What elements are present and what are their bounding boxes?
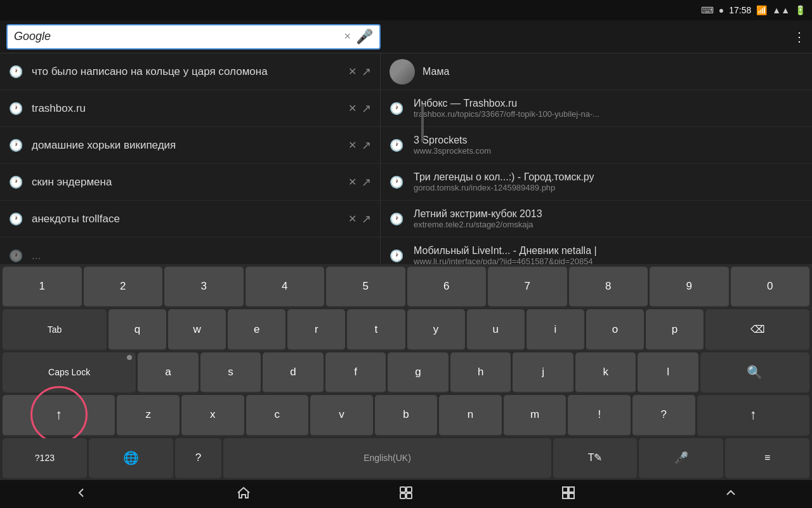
screenshot-button[interactable]: [542, 480, 595, 509]
status-bar: ⌨ ● 17:58 📶 ▲▲ 🔋: [0, 0, 812, 20]
clock-icon-1: 🕐: [9, 102, 27, 116]
voice-input-key[interactable]: 🎤: [639, 438, 723, 479]
clock-icon-0: 🕐: [9, 65, 27, 79]
key-s[interactable]: s: [200, 352, 261, 393]
key-h[interactable]: h: [450, 352, 511, 393]
caps-lock-key[interactable]: Caps Lock: [3, 352, 136, 393]
key-question[interactable]: ?: [632, 395, 695, 436]
back-button[interactable]: [55, 480, 108, 509]
shift-right-key[interactable]: ↑: [697, 395, 809, 436]
clock-icon-5: 🕐: [9, 249, 27, 263]
recent-title-1: Инбокс — Trashbox.ru: [414, 98, 803, 109]
arrow-icon-3[interactable]: ↗: [362, 175, 371, 189]
key-z[interactable]: z: [117, 395, 180, 436]
search-key[interactable]: 🔍: [700, 352, 809, 393]
key-period-alt[interactable]: ?: [175, 438, 222, 479]
clipboard-key[interactable]: ≡: [725, 438, 809, 479]
search-input-wrap[interactable]: Google × 🎤: [6, 24, 381, 50]
suggestion-item-4[interactable]: 🕐 анекдоты trollface ✕ ↗: [0, 201, 380, 237]
text-edit-key[interactable]: T✎: [553, 438, 638, 479]
suggestion-text-1: trashbox.ru: [32, 102, 348, 115]
key-q[interactable]: q: [108, 309, 166, 350]
key-4[interactable]: 4: [246, 267, 325, 307]
key-p[interactable]: p: [646, 309, 704, 350]
recent-item-4[interactable]: 🕐 Летний экстрим-кубок 2013 extreme.tele…: [381, 201, 812, 237]
recent-item-5[interactable]: 🕐 Мобильный LiveInt... - Дневник netalla…: [381, 237, 812, 264]
key-m[interactable]: m: [504, 395, 566, 436]
remove-icon-1[interactable]: ✕: [348, 102, 357, 114]
key-l[interactable]: l: [638, 352, 698, 393]
backspace-key[interactable]: ⌫: [705, 309, 809, 350]
key-tab[interactable]: Tab: [3, 309, 107, 350]
remove-icon-3[interactable]: ✕: [348, 176, 357, 188]
key-8[interactable]: 8: [569, 267, 648, 307]
keyboard: 1 2 3 4 5 6 7 8 9 0 Tab q w e r t y u i …: [0, 264, 812, 480]
main-content: 🕐 что было написано на кольце у царя сол…: [0, 53, 812, 264]
recent-item-3[interactable]: 🕐 Три легенды о кол...:) - Город.томск.р…: [381, 164, 812, 201]
key-6[interactable]: 6: [407, 267, 487, 307]
mic-icon[interactable]: 🎤: [356, 29, 373, 45]
suggestion-item-5[interactable]: 🕐 ...: [0, 237, 380, 264]
recent-subtitle-3: gorod.tomsk.ru/index-1245989489.php: [414, 183, 803, 192]
clear-icon[interactable]: ×: [344, 30, 351, 43]
wifi-icon: 📶: [756, 5, 767, 15]
arrow-icon-1[interactable]: ↗: [362, 102, 371, 116]
recent-item-2[interactable]: 🕐 3 Sprockets www.3sprockets.com: [381, 127, 812, 164]
key-7[interactable]: 7: [488, 267, 567, 307]
search-input-text[interactable]: Google: [14, 30, 344, 43]
arrow-icon-0[interactable]: ↗: [362, 65, 371, 79]
suggestion-item-3[interactable]: 🕐 скин эндермена ✕ ↗: [0, 164, 380, 201]
key-9[interactable]: 9: [650, 267, 729, 307]
remove-icon-4[interactable]: ✕: [348, 213, 357, 225]
svg-rect-5: [569, 487, 574, 492]
clock-icon-3: 🕐: [9, 175, 27, 189]
key-5[interactable]: 5: [326, 267, 405, 307]
key-u[interactable]: u: [467, 309, 525, 350]
key-j[interactable]: j: [513, 352, 573, 393]
recent-item-contact[interactable]: Мама: [381, 53, 812, 90]
home-button[interactable]: [217, 480, 270, 509]
key-f[interactable]: f: [325, 352, 386, 393]
key-c[interactable]: c: [246, 395, 309, 436]
suggestion-item-0[interactable]: 🕐 что было написано на кольце у царя сол…: [0, 53, 380, 90]
key-n[interactable]: n: [439, 395, 502, 436]
key-g[interactable]: g: [388, 352, 449, 393]
more-options-button[interactable]: ⋮: [793, 29, 806, 44]
navigation-bar: [0, 480, 812, 508]
key-e[interactable]: e: [228, 309, 285, 350]
key-2[interactable]: 2: [84, 267, 163, 307]
key-a[interactable]: a: [138, 352, 199, 393]
recent-item-1[interactable]: 🕐 Инбокс — Trashbox.ru trashbox.ru/topic…: [381, 90, 812, 127]
key-w[interactable]: w: [168, 309, 226, 350]
spacebar-key[interactable]: English(UK): [223, 438, 551, 479]
key-y[interactable]: y: [407, 309, 465, 350]
svg-rect-2: [400, 493, 405, 498]
suggestion-item-2[interactable]: 🕐 домашние хорьки википедия ✕ ↗: [0, 127, 380, 164]
key-r[interactable]: r: [287, 309, 345, 350]
svg-rect-4: [563, 487, 568, 492]
language-key[interactable]: 🌐: [89, 438, 173, 479]
arrow-icon-4[interactable]: ↗: [362, 212, 371, 226]
key-3[interactable]: 3: [164, 267, 244, 307]
keyboard-row-qwerty: Tab q w e r t y u i o p ⌫: [3, 309, 809, 350]
recent-subtitle-4: extreme.tele2.ru/stage2/omskaja: [414, 220, 803, 229]
key-d[interactable]: d: [263, 352, 324, 393]
up-button[interactable]: [704, 480, 757, 509]
key-x[interactable]: x: [181, 395, 244, 436]
symbols-key[interactable]: ?123: [3, 438, 87, 479]
shift-left-key[interactable]: ↑: [3, 395, 115, 436]
key-i[interactable]: i: [527, 309, 584, 350]
key-t[interactable]: t: [347, 309, 405, 350]
remove-icon-0[interactable]: ✕: [348, 65, 357, 77]
key-v[interactable]: v: [310, 395, 373, 436]
key-k[interactable]: k: [575, 352, 636, 393]
key-1[interactable]: 1: [3, 267, 82, 307]
remove-icon-2[interactable]: ✕: [348, 139, 357, 151]
arrow-icon-2[interactable]: ↗: [362, 138, 371, 152]
suggestion-item-1[interactable]: 🕐 trashbox.ru ✕ ↗: [0, 90, 380, 127]
key-exclaim[interactable]: !: [568, 395, 631, 436]
key-b[interactable]: b: [375, 395, 438, 436]
key-0[interactable]: 0: [731, 267, 810, 307]
key-o[interactable]: o: [586, 309, 644, 350]
recent-apps-button[interactable]: [379, 480, 433, 509]
